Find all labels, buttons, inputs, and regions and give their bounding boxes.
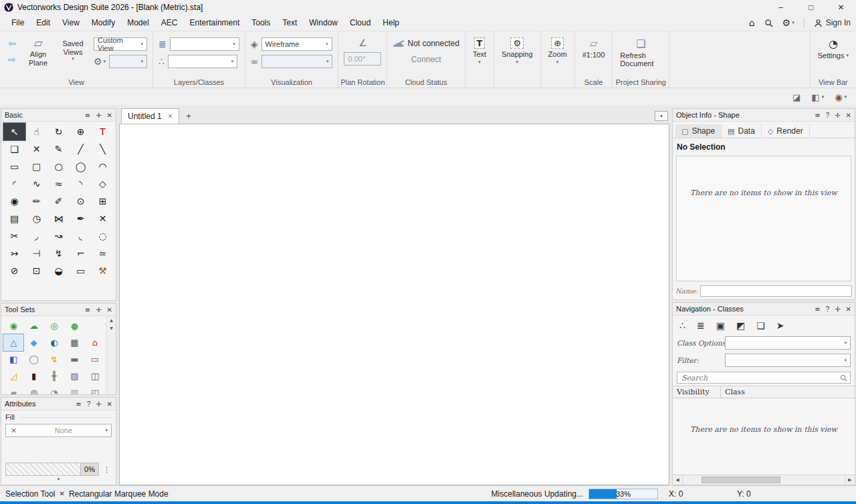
pin-icon[interactable]: ✛ xyxy=(835,305,840,313)
arc-tool-icon[interactable]: ◠ xyxy=(92,158,114,175)
chamfer-tool-icon[interactable]: ◟ xyxy=(70,227,92,245)
rectangle-tool-icon[interactable]: ▭ xyxy=(3,158,25,175)
delete-tool-icon[interactable]: ✕ xyxy=(25,140,47,158)
document-tab[interactable]: Untitled 1 ✕ xyxy=(121,108,179,124)
refresh-document-button[interactable]: ❏ Refresh Document xyxy=(618,37,663,77)
palette-menu-icon[interactable]: ≡ xyxy=(76,400,81,408)
close-button[interactable]: ✕ xyxy=(826,0,856,15)
saved-views-button[interactable]: Saved Views ▾ xyxy=(58,37,88,77)
scrollbar-thumb[interactable] xyxy=(702,477,780,483)
eraser-icon[interactable]: ◪ xyxy=(792,92,800,102)
railing-tool-icon[interactable]: ╫ xyxy=(44,368,64,384)
opacity-slider[interactable]: 0% xyxy=(5,463,99,476)
menu-help[interactable]: Help xyxy=(377,15,405,30)
menu-entertainment[interactable]: Entertainment xyxy=(184,15,246,30)
menu-tools[interactable]: Tools xyxy=(245,15,276,30)
menu-aec[interactable]: AEC xyxy=(155,15,184,30)
menu-window[interactable]: Window xyxy=(303,15,344,30)
close-icon[interactable]: ✕ xyxy=(107,400,112,408)
dome-tool-icon[interactable]: ◔ xyxy=(44,384,64,394)
clip-tool-icon[interactable]: ✕ xyxy=(92,210,114,227)
snapping-button[interactable]: ⚙ Snapping ▾ xyxy=(500,37,535,77)
curve-tool-icon[interactable]: ≈ xyxy=(47,175,70,193)
window-tool-icon[interactable]: ◧ xyxy=(3,351,23,368)
protractor-tool-icon[interactable]: ◒ xyxy=(47,262,70,279)
view-preset-dropdown[interactable]: ▾ xyxy=(109,55,147,68)
menu-edit[interactable]: Edit xyxy=(30,15,56,30)
freehand-tool-icon[interactable]: ∿ xyxy=(25,175,47,193)
publish-icon[interactable]: ➤ xyxy=(776,320,784,331)
viewports-icon[interactable]: ▣ xyxy=(716,320,725,331)
connect-combine-tool-icon[interactable]: ↣ xyxy=(3,245,25,262)
search-input[interactable] xyxy=(680,373,840,383)
custom-view-dropdown[interactable]: Custom View ▾ xyxy=(94,37,147,51)
massing-model-tool-icon[interactable]: ◯ xyxy=(23,351,43,368)
view-mode-button[interactable]: ◧ ▾ xyxy=(811,92,824,102)
flyover-tool-icon[interactable]: ↻ xyxy=(47,123,70,140)
clip-cube-tool-icon[interactable]: ⊘ xyxy=(3,262,25,279)
scroll-right-icon[interactable]: ▶ xyxy=(845,475,855,485)
render-style-dropdown[interactable]: ▾ xyxy=(261,55,332,68)
zigzag-tool-icon[interactable]: ↯ xyxy=(47,245,70,262)
menu-model[interactable]: Model xyxy=(121,15,155,30)
electrical-tool-icon[interactable]: ↯ xyxy=(44,351,64,368)
camera-tool-icon[interactable]: ◫ xyxy=(85,368,105,384)
scale-button[interactable]: ▱ #1:100 xyxy=(580,37,607,77)
class-dropdown[interactable]: ▾ xyxy=(168,55,237,68)
scroll-down-icon[interactable]: ▼ xyxy=(107,324,116,332)
zoom-button[interactable]: ⊕ Zoom ▾ xyxy=(546,37,569,77)
view-options-button[interactable]: ⚙ ▾ xyxy=(94,56,106,67)
rotate-tool-icon[interactable]: ◷ xyxy=(25,210,47,227)
saved-views-icon[interactable]: ◩ xyxy=(736,320,745,331)
viewport-tool-icon[interactable]: ◰ xyxy=(85,384,105,394)
menu-file[interactable]: File xyxy=(5,15,30,30)
object-info-tab-data[interactable]: ▤ Data xyxy=(722,124,762,138)
freeform-tool-icon[interactable]: ◌ xyxy=(92,227,114,245)
attribute-hammer-tool-icon[interactable]: ⚒ xyxy=(92,262,114,279)
back-view-button[interactable]: ⇦ xyxy=(5,37,19,49)
double-line-tool-icon[interactable]: ╲ xyxy=(92,140,114,158)
spiral-tool-icon[interactable]: ◉ xyxy=(3,193,25,210)
split-tool-icon[interactable]: ✂ xyxy=(3,227,25,245)
hardscape-tool-icon[interactable]: ▨ xyxy=(64,368,84,384)
menu-modify[interactable]: Modify xyxy=(86,15,121,30)
close-icon[interactable]: ✕ xyxy=(846,305,851,313)
search-icon[interactable] xyxy=(764,19,773,27)
class-options-dropdown[interactable]: ▾ xyxy=(725,336,851,350)
help-icon[interactable]: ? xyxy=(826,305,830,313)
scroll-up-icon[interactable]: ▲ xyxy=(107,316,116,324)
building-tool-icon[interactable]: ⌂ xyxy=(85,334,105,351)
attributes-more-button[interactable]: ⋮ xyxy=(102,465,112,474)
forward-view-button[interactable]: ⇨ xyxy=(5,53,19,66)
pin-icon[interactable]: ✛ xyxy=(835,112,840,119)
polygon-tool-icon[interactable]: ◇ xyxy=(92,175,114,193)
irrigation-tool-icon[interactable]: ◆ xyxy=(23,334,43,351)
framing-tool-icon[interactable]: ▭ xyxy=(85,351,105,368)
layer-dropdown[interactable]: ▾ xyxy=(170,37,239,51)
space-tool-icon[interactable]: ▦ xyxy=(64,334,84,351)
visibility-tool-icon[interactable]: ⊙ xyxy=(70,193,92,210)
classes-icon[interactable]: ∴ xyxy=(679,320,685,331)
furniture-tool-icon[interactable]: ▬ xyxy=(64,351,84,368)
shear-tool-icon[interactable]: ✒ xyxy=(70,210,92,227)
object-info-tab-render[interactable]: ◇ Render xyxy=(762,124,810,138)
pen-tool-icon[interactable]: ✏ xyxy=(25,193,47,210)
eyedropper-tool-icon[interactable]: ✎ xyxy=(47,140,70,158)
layers-icon[interactable]: ≣ xyxy=(158,39,167,49)
grid-tool-icon[interactable]: ▥ xyxy=(64,384,84,394)
attributes-expander[interactable]: ▾ xyxy=(5,476,112,483)
offset-tool-icon[interactable]: ↝ xyxy=(47,227,70,245)
settings-gear-button[interactable]: ⚙ ▾ xyxy=(782,17,794,28)
toolset-spacer[interactable] xyxy=(85,318,105,334)
view-bar-settings-button[interactable]: ◔ Settings ▾ xyxy=(816,37,851,77)
close-icon[interactable]: ✕ xyxy=(846,112,851,119)
pin-icon[interactable]: ✛ xyxy=(96,112,101,119)
scrollbar-track[interactable] xyxy=(683,475,845,485)
polyline-tool-icon[interactable]: ◜ xyxy=(3,175,25,193)
view-pane-menu-button[interactable]: ▾ xyxy=(655,111,668,121)
plan-rotation-field[interactable]: 0.00° xyxy=(344,52,381,66)
focus-tool-icon[interactable]: ⊡ xyxy=(25,262,47,279)
tab-close-icon[interactable]: ✕ xyxy=(168,113,173,120)
shrub-tool-icon[interactable]: ● xyxy=(64,318,84,334)
palette-menu-icon[interactable]: ≡ xyxy=(85,112,90,119)
